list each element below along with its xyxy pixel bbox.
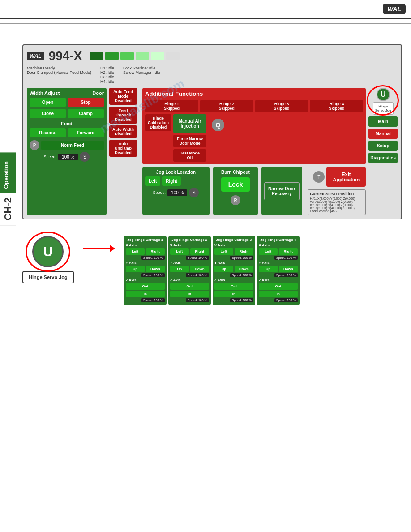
sim-status-row: Machine Ready Door Clamped (Manual Feed … [27, 66, 398, 86]
c1-right[interactable]: Right [146, 248, 165, 255]
door-label: Door [92, 90, 104, 96]
c4-up[interactable]: Up [259, 266, 278, 272]
right-side: T ExitApplication Current Servo Position… [308, 167, 366, 215]
c3-x-speed: Speed: 100 % [214, 256, 253, 260]
c1-out[interactable]: Out [126, 283, 165, 290]
manual-force-col: Manual AirInjection Force NarrowDoor Mod… [173, 114, 206, 162]
c3-in[interactable]: In [214, 291, 253, 297]
norm-feed-button[interactable]: Norm Feed [41, 141, 104, 150]
nav-panel: U HingeServo Jog Main Manual Setup Diagn… [368, 88, 398, 215]
c1-up[interactable]: Up [126, 266, 145, 272]
arrow [83, 236, 115, 252]
setup-nav-button[interactable]: Setup [368, 141, 398, 151]
close-button[interactable]: Close [30, 109, 66, 118]
hinge-2-button[interactable]: Hinge 2Skipped [200, 100, 253, 112]
servo-pos-line-1: H#1: X(2.000) Y(0.000) Z(0.000) [310, 197, 364, 200]
speed-row: Speed: 100 % S [30, 152, 104, 162]
arrow-head [110, 245, 115, 252]
c3-down[interactable]: Down [235, 266, 253, 272]
diagnostics-nav-button[interactable]: Diagnostics [368, 153, 398, 163]
lock-button[interactable]: Lock [221, 177, 250, 192]
speed-circle-s[interactable]: S [80, 152, 90, 162]
diagram-hinge-servo-label: Hinge Servo Jog [22, 271, 74, 283]
c3-out[interactable]: Out [214, 283, 253, 290]
c1-down[interactable]: Down [146, 266, 165, 272]
force-narrow-button[interactable]: Force NarrowDoor Mode [173, 135, 206, 147]
status-middle: H1: Idle H2: Idle H3: Idle H4: Idle [100, 66, 114, 84]
c4-left[interactable]: Left [259, 248, 278, 255]
q-circle: Q [212, 119, 224, 131]
jog-left-button[interactable]: Left [145, 176, 160, 186]
norm-feed-row: P Norm Feed [30, 140, 104, 150]
hinge-3-button[interactable]: Hinge 3Skipped [255, 100, 308, 112]
c3-left[interactable]: Left [214, 248, 233, 255]
carriage-1-y-axis: Y Axis [126, 261, 165, 265]
reverse-button[interactable]: Reverse [30, 128, 66, 137]
color-bars [90, 52, 180, 60]
jog-right-button[interactable]: Right [162, 176, 181, 186]
c1-left[interactable]: Left [126, 248, 145, 255]
add-func-box: Additional Functions Hinge 1Skipped Hing… [142, 88, 366, 164]
c1-in[interactable]: In [126, 291, 165, 297]
color-bar-5 [151, 52, 164, 60]
norm-feed-circle-p[interactable]: P [30, 140, 39, 150]
diagram-u-area: U Hinge Servo Jog [22, 236, 74, 283]
carriage-4-lr: Left Right [259, 248, 298, 255]
c2-in[interactable]: In [170, 291, 209, 297]
auto-unclamp-button[interactable]: AutoUnclampDisabled [109, 140, 137, 157]
auto-width-button[interactable]: Auto WidthDisabled [109, 125, 137, 138]
hinge-cal-button[interactable]: HingeCalibrationDisabled [145, 114, 171, 131]
c3-right[interactable]: Right [235, 248, 253, 255]
diagram-u-circle: U [32, 236, 64, 267]
c4-down[interactable]: Down [279, 266, 298, 272]
c1-in-row: In [126, 291, 165, 297]
speed-display: 100 % [58, 154, 78, 160]
c2-right[interactable]: Right [190, 248, 209, 255]
manual-air-button[interactable]: Manual AirInjection [173, 114, 206, 133]
narrow-door-panel: Narrow DoorRecovery [261, 167, 302, 215]
test-mode-button[interactable]: Test ModeOff [173, 149, 206, 162]
c4-right[interactable]: Right [279, 248, 298, 255]
c2-ud: Up Down [170, 266, 209, 272]
narrow-door-button[interactable]: Narrow DoorRecovery [264, 182, 300, 200]
bottom-divider [22, 314, 402, 314]
manual-nav-button[interactable]: Manual [368, 129, 398, 139]
c1-x-speed-val: Speed: 100 % [141, 256, 165, 260]
clamp-button[interactable]: Clamp [68, 109, 104, 118]
c2-left[interactable]: Left [170, 248, 189, 255]
color-bar-4 [136, 52, 149, 60]
carriage-3-z-axis: Z Axis [214, 278, 253, 282]
c4-out[interactable]: Out [259, 283, 298, 290]
stop-button[interactable]: Stop [68, 98, 104, 107]
c2-x-speed-val: Speed: 100 % [186, 256, 209, 260]
hinge-1-button[interactable]: Hinge 1Skipped [145, 100, 198, 112]
feed-through-button[interactable]: Feed ThroughDisabled [109, 107, 137, 124]
exit-button[interactable]: ExitApplication [326, 167, 366, 187]
c4-x-speed: Speed: 100 % [259, 256, 298, 260]
diagram-section: U Hinge Servo Jog Jog Hinge Carriage 1 X… [22, 236, 402, 305]
carriage-1-title: Jog Hinge Carriage 1 [126, 238, 165, 242]
c2-x-speed: Speed: 100 % [170, 256, 209, 260]
main-content: manualslib.com WAL 994-X Machine Ready D… [0, 28, 411, 328]
jog-speed-label: Speed: [153, 190, 166, 195]
hinge-4-button[interactable]: Hinge 4Skipped [310, 100, 363, 112]
c2-up[interactable]: Up [170, 266, 189, 272]
servo-pos-title: Current Servo Position [310, 192, 364, 196]
c2-out[interactable]: Out [170, 283, 209, 290]
hinge-cal-wrap: HingeCalibrationDisabled [145, 114, 171, 162]
sim-panel: manualslib.com WAL 994-X Machine Ready D… [22, 44, 402, 219]
open-button[interactable]: Open [30, 98, 66, 107]
c2-down[interactable]: Down [190, 266, 209, 272]
left-right-row: Left Right [145, 176, 207, 186]
c3-ud: Up Down [214, 266, 253, 272]
c4-in[interactable]: In [259, 291, 298, 297]
hinge-servo-jog-button[interactable]: HingeServo Jog [373, 102, 394, 115]
forward-button[interactable]: Forward [68, 128, 104, 137]
jog-s-circle[interactable]: S [189, 188, 199, 197]
color-bar-1 [90, 52, 103, 60]
c3-up[interactable]: Up [214, 266, 233, 272]
u-hinge-area: U HingeServo Jog [368, 88, 398, 115]
auto-feed-mode-button[interactable]: Auto FeedModeDisabled [109, 88, 137, 105]
burn-chipout-panel: Burn Chipout Lock R [213, 167, 258, 215]
main-nav-button[interactable]: Main [368, 116, 398, 127]
